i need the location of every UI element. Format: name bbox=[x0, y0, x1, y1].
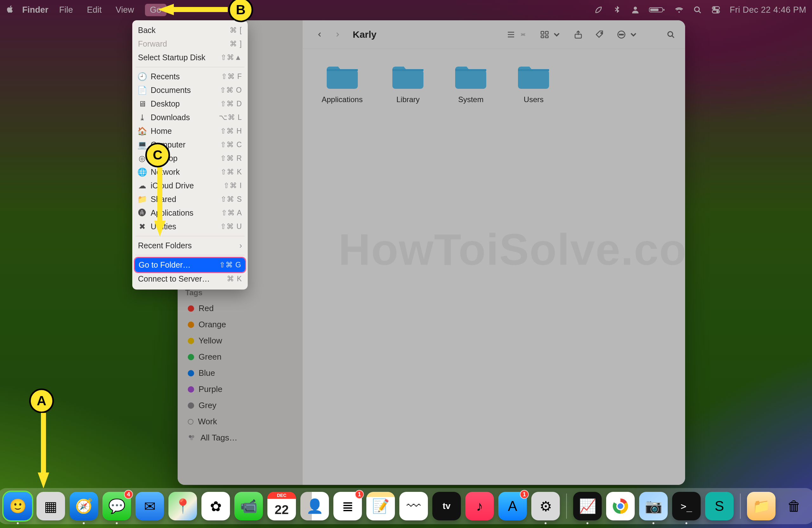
menu-icloud[interactable]: ☁︎iCloud Drive⇧⌘ I bbox=[132, 179, 248, 192]
watermark-text: HowToiSolve.com bbox=[338, 224, 685, 275]
dock-app-activity-monitor[interactable]: 📈 bbox=[573, 492, 602, 520]
svg-rect-12 bbox=[541, 31, 544, 34]
menu-connect-server[interactable]: Connect to Server…⌘ K bbox=[132, 272, 248, 286]
dock-app-terminal[interactable]: >_ bbox=[672, 492, 701, 520]
view-list-button[interactable] bbox=[506, 30, 528, 39]
bluetooth-icon[interactable] bbox=[612, 5, 622, 15]
spotlight-icon[interactable] bbox=[693, 5, 702, 15]
dock-app-music[interactable]: ♪ bbox=[465, 492, 494, 520]
menu-downloads[interactable]: ⤓Downloads⌥⌘ L bbox=[132, 111, 248, 124]
dock-app-notes[interactable]: 📝 bbox=[366, 492, 395, 520]
dock-app-finder[interactable]: 🙂 bbox=[3, 492, 32, 520]
dock-app-facetime[interactable]: 📹 bbox=[234, 492, 263, 520]
dock-app-mail[interactable]: ✉︎ bbox=[135, 492, 164, 520]
svg-point-19 bbox=[619, 34, 620, 35]
menu-documents[interactable]: 📄Documents⇧⌘ O bbox=[132, 84, 248, 97]
battery-icon[interactable] bbox=[649, 5, 665, 15]
dock-app-surfshark[interactable]: S bbox=[705, 492, 734, 520]
folder-label: Library bbox=[396, 95, 420, 104]
network-icon: 🌐 bbox=[138, 167, 146, 177]
tag-work[interactable]: Work bbox=[185, 413, 297, 430]
folder-library[interactable]: Library bbox=[390, 63, 425, 104]
menu-view[interactable]: View bbox=[113, 4, 137, 16]
tags-button[interactable] bbox=[595, 30, 605, 39]
tag-red[interactable]: Red bbox=[185, 300, 297, 317]
document-icon: 📄 bbox=[138, 86, 146, 95]
svg-point-0 bbox=[634, 7, 637, 10]
tag-green[interactable]: Green bbox=[185, 349, 297, 365]
svg-rect-15 bbox=[546, 35, 548, 38]
window-title: Karly bbox=[353, 29, 377, 40]
tag-label: Red bbox=[199, 304, 214, 313]
svg-point-30 bbox=[617, 503, 624, 510]
dock-app-settings[interactable]: ⚙︎ bbox=[531, 492, 560, 520]
menu-startup-disk[interactable]: Select Startup Disk⇧⌘▲ bbox=[132, 51, 248, 64]
dock-app-app-store[interactable]: A1 bbox=[498, 492, 527, 520]
folder-label: System bbox=[458, 95, 483, 104]
app-name[interactable]: Finder bbox=[22, 5, 48, 15]
menubar-clock[interactable]: Fri Dec 22 4:46 PM bbox=[729, 5, 806, 15]
menu-edit[interactable]: Edit bbox=[84, 4, 105, 16]
menu-recent-folders[interactable]: Recent Folders› bbox=[132, 239, 248, 252]
dock-app-safari[interactable]: 🧭 bbox=[70, 492, 98, 520]
svg-point-4 bbox=[695, 7, 699, 12]
folder-system[interactable]: System bbox=[453, 63, 488, 104]
menu-shared[interactable]: 📁Shared⇧⌘ S bbox=[132, 192, 248, 206]
nav-forward-button[interactable] bbox=[330, 27, 345, 42]
tag-yellow[interactable]: Yellow bbox=[185, 333, 297, 349]
wifi-icon[interactable] bbox=[675, 5, 684, 15]
tag-orange[interactable]: Orange bbox=[185, 317, 297, 333]
dock-app-maps[interactable]: 📍 bbox=[169, 492, 197, 520]
finder-window: Tags Red Orange Yellow Green Blue Purple… bbox=[178, 20, 685, 485]
dock-app-trash[interactable]: 🗑 bbox=[780, 492, 809, 520]
dock-app-reminders[interactable]: ≣1 bbox=[333, 492, 362, 520]
dock-app-chrome[interactable] bbox=[606, 492, 635, 520]
dock-app-contacts[interactable]: 👤 bbox=[300, 492, 329, 520]
finder-content: Applications Library System Users HowToi… bbox=[303, 49, 685, 485]
svg-point-21 bbox=[622, 34, 623, 35]
dock-app-launchpad[interactable]: ▦ bbox=[37, 492, 65, 520]
share-button[interactable] bbox=[574, 30, 583, 39]
nav-back-button[interactable] bbox=[312, 27, 327, 42]
tag-blue[interactable]: Blue bbox=[185, 365, 297, 381]
menu-utilities[interactable]: ✖︎Utilities⇧⌘ U bbox=[132, 220, 248, 233]
annotation-arrow-b bbox=[158, 2, 229, 18]
user-icon[interactable] bbox=[630, 5, 640, 15]
tag-grey[interactable]: Grey bbox=[185, 397, 297, 413]
folder-icon bbox=[516, 63, 551, 91]
tag-label: Orange bbox=[199, 320, 226, 329]
svg-rect-2 bbox=[663, 9, 665, 11]
leaf-icon[interactable] bbox=[594, 5, 603, 15]
tag-label: Yellow bbox=[199, 336, 222, 346]
folder-applications[interactable]: Applications bbox=[322, 63, 363, 104]
dock-app-messages[interactable]: 💬4 bbox=[102, 492, 131, 520]
search-button[interactable] bbox=[666, 30, 676, 39]
menu-back[interactable]: Back⌘ [ bbox=[132, 24, 248, 37]
menu-go-to-folder[interactable]: Go to Folder…⇧⌘ G bbox=[135, 258, 245, 272]
menu-recents[interactable]: 🕘Recents⇧⌘ F bbox=[132, 70, 248, 84]
dock-app-screenshot[interactable]: 📷 bbox=[639, 492, 668, 520]
tag-all[interactable]: All Tags… bbox=[185, 430, 297, 446]
apple-menu-icon[interactable] bbox=[6, 5, 15, 15]
folder-users[interactable]: Users bbox=[516, 63, 551, 104]
tag-purple[interactable]: Purple bbox=[185, 381, 297, 397]
menu-network[interactable]: 🌐Network⇧⌘ K bbox=[132, 165, 248, 179]
menu-desktop[interactable]: 🖥Desktop⇧⌘ D bbox=[132, 97, 248, 111]
dock-app-downloads[interactable]: 📁 bbox=[747, 492, 775, 520]
menubar: Finder File Edit View Go Fri Dec 22 4:46… bbox=[0, 0, 812, 20]
tag-label: Blue bbox=[199, 368, 215, 378]
dock-app-freeform[interactable]: 〰︎ bbox=[399, 492, 428, 520]
folder-icon bbox=[390, 63, 425, 91]
dock-app-photos[interactable]: ✿ bbox=[201, 492, 230, 520]
more-button[interactable] bbox=[617, 30, 638, 39]
dock-app-tv[interactable]: tv bbox=[432, 492, 461, 520]
dock-app-calendar[interactable]: DEC22 bbox=[267, 492, 296, 520]
sidebar-tags-title: Tags bbox=[185, 288, 297, 297]
menu-applications[interactable]: 🅐Applications⇧⌘ A bbox=[132, 206, 248, 220]
svg-point-20 bbox=[621, 34, 622, 35]
control-center-icon[interactable] bbox=[711, 5, 721, 15]
menu-home[interactable]: 🏠Home⇧⌘ H bbox=[132, 124, 248, 138]
menu-file[interactable]: File bbox=[56, 4, 76, 16]
tag-label: Work bbox=[198, 417, 217, 426]
group-by-button[interactable] bbox=[540, 30, 562, 39]
